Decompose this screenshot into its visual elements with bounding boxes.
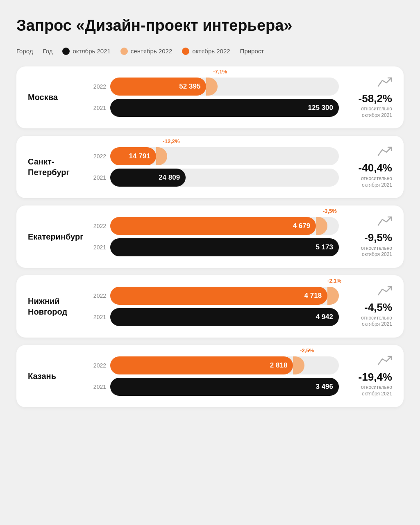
city-growth: -4,5%относительно октября 2021 bbox=[339, 285, 392, 328]
bar-year-2022: 2022 bbox=[91, 362, 106, 369]
legend-label-oct2022: октябрь 2022 bbox=[192, 48, 230, 55]
bar-fill-2022: 14 791 bbox=[110, 147, 156, 165]
bar-value-2022: 4 679 bbox=[293, 222, 311, 230]
bar-value-2022: 52 395 bbox=[179, 82, 200, 91]
sep-change-label: -7,1% bbox=[213, 68, 227, 75]
bar-value-2022: 2 818 bbox=[270, 361, 288, 370]
bar-track-2022: -2,1%4 718 bbox=[110, 287, 339, 305]
city-bars: 2022-3,5%4 67920215 173 bbox=[91, 217, 339, 256]
bar-row-2021: 20214 942 bbox=[91, 308, 339, 326]
bar-year-2021: 2021 bbox=[91, 105, 106, 111]
trend-icon bbox=[377, 215, 392, 229]
sep-bar-ext bbox=[293, 356, 304, 374]
bar-year-2021: 2021 bbox=[91, 174, 106, 181]
legend-dot-light-orange bbox=[120, 48, 128, 55]
sep-bar-ext bbox=[327, 287, 339, 305]
city-name: Казань bbox=[28, 371, 91, 381]
bar-year-2021: 2021 bbox=[91, 244, 106, 251]
city-card: НижнийНовгород2022-2,1%4 71820214 942 -4… bbox=[16, 275, 404, 338]
bar-fill-2021: 3 496 bbox=[110, 378, 339, 396]
sep-bar-ext bbox=[206, 78, 218, 96]
bar-value-2021: 5 173 bbox=[316, 243, 333, 251]
legend: Город Год октябрь 2021 сентябрь 2022 окт… bbox=[16, 48, 404, 55]
bar-track-2022: -2,5%2 818 bbox=[110, 356, 339, 374]
bar-track-2022: -12,2%14 791 bbox=[110, 147, 339, 165]
bar-row-2021: 2021125 300 bbox=[91, 99, 339, 117]
city-name: Москва bbox=[28, 92, 91, 103]
legend-city-label: Город bbox=[16, 48, 33, 55]
city-growth: -58,2%относительно октября 2021 bbox=[339, 76, 392, 119]
trend-icon bbox=[377, 76, 392, 90]
city-bars: 2022-7,1%52 3952021125 300 bbox=[91, 78, 339, 117]
bar-row-2021: 202124 809 bbox=[91, 169, 339, 187]
bar-value-2022: 4 718 bbox=[304, 292, 322, 300]
bar-fill-2022: 52 395 bbox=[110, 78, 206, 96]
bar-value-2021: 3 496 bbox=[316, 383, 333, 391]
bar-value-2021: 24 809 bbox=[159, 173, 180, 182]
growth-sub: относительно октября 2021 bbox=[345, 176, 392, 188]
growth-value: -4,5% bbox=[364, 301, 392, 313]
trend-icon bbox=[377, 146, 392, 160]
growth-sub: относительно октября 2021 bbox=[345, 245, 392, 258]
sep-change-label: -3,5% bbox=[323, 208, 337, 214]
city-bars: 2022-2,5%2 81820213 496 bbox=[91, 356, 339, 396]
legend-dot-black bbox=[62, 48, 70, 55]
growth-sub: относительно октября 2021 bbox=[345, 384, 392, 397]
city-growth: -19,4%относительно октября 2021 bbox=[339, 355, 392, 397]
bar-track-2022: -7,1%52 395 bbox=[110, 78, 339, 96]
bar-value-2021: 125 300 bbox=[308, 104, 333, 112]
bar-track-2021: 3 496 bbox=[110, 378, 339, 396]
city-name: НижнийНовгород bbox=[28, 296, 91, 317]
city-growth: -40,4%относительно октября 2021 bbox=[339, 146, 392, 188]
bar-track-2021: 24 809 bbox=[110, 169, 339, 187]
bar-fill-2021: 5 173 bbox=[110, 238, 339, 256]
city-bars: 2022-2,1%4 71820214 942 bbox=[91, 287, 339, 326]
bar-row-2022: 2022-3,5%4 679 bbox=[91, 217, 339, 235]
bar-row-2022: 2022-2,5%2 818 bbox=[91, 356, 339, 374]
bar-fill-2021: 4 942 bbox=[110, 308, 339, 326]
bar-row-2022: 2022-12,2%14 791 bbox=[91, 147, 339, 165]
bar-year-2022: 2022 bbox=[91, 223, 106, 229]
sep-bar-ext bbox=[316, 217, 327, 235]
bar-fill-2021: 125 300 bbox=[110, 99, 339, 117]
bar-year-2022: 2022 bbox=[91, 153, 106, 160]
bar-row-2021: 20215 173 bbox=[91, 238, 339, 256]
growth-value: -19,4% bbox=[359, 371, 392, 383]
legend-label-oct2021: октябрь 2021 bbox=[73, 48, 110, 55]
trend-icon bbox=[377, 355, 392, 369]
sep-change-label: -2,5% bbox=[300, 347, 314, 354]
bar-value-2021: 4 942 bbox=[316, 313, 333, 321]
city-name: Екатеринбург bbox=[28, 231, 91, 242]
growth-sub: относительно октября 2021 bbox=[345, 315, 392, 328]
sep-change-label: -2,1% bbox=[327, 278, 341, 284]
city-card: Санкт-Петербург2022-12,2%14 791202124 80… bbox=[16, 136, 404, 198]
bar-row-2021: 20213 496 bbox=[91, 378, 339, 396]
bar-track-2022: -3,5%4 679 bbox=[110, 217, 339, 235]
bar-fill-2022: 4 679 bbox=[110, 217, 316, 235]
bar-track-2021: 5 173 bbox=[110, 238, 339, 256]
growth-value: -9,5% bbox=[364, 232, 392, 244]
legend-growth-label: Прирост bbox=[240, 48, 264, 55]
sep-bar-ext bbox=[156, 147, 168, 165]
growth-sub: относительно октября 2021 bbox=[345, 106, 392, 119]
growth-value: -58,2% bbox=[359, 93, 392, 105]
bar-year-2021: 2021 bbox=[91, 383, 106, 390]
city-bars: 2022-12,2%14 791202124 809 bbox=[91, 147, 339, 187]
legend-dot-orange bbox=[182, 48, 189, 55]
bar-year-2022: 2022 bbox=[91, 292, 106, 299]
legend-year-label: Год bbox=[43, 48, 53, 55]
bar-fill-2022: 4 718 bbox=[110, 287, 327, 305]
bar-value-2022: 14 791 bbox=[129, 152, 150, 160]
bar-row-2022: 2022-2,1%4 718 bbox=[91, 287, 339, 305]
bar-fill-2022: 2 818 bbox=[110, 356, 293, 374]
city-card: Екатеринбург2022-3,5%4 67920215 173 -9,5… bbox=[16, 205, 404, 268]
trend-icon bbox=[377, 285, 392, 299]
legend-label-sep2022: сентябрь 2022 bbox=[131, 48, 172, 55]
city-card: Казань2022-2,5%2 81820213 496 -19,4%отно… bbox=[16, 345, 404, 407]
city-card: Москва2022-7,1%52 3952021125 300 -58,2%о… bbox=[16, 66, 404, 129]
growth-value: -40,4% bbox=[359, 162, 392, 174]
city-name: Санкт-Петербург bbox=[28, 156, 91, 178]
page-title: Запрос «Дизайн-проект интерьера» bbox=[16, 16, 404, 35]
city-growth: -9,5%относительно октября 2021 bbox=[339, 215, 392, 258]
bar-year-2021: 2021 bbox=[91, 314, 106, 320]
